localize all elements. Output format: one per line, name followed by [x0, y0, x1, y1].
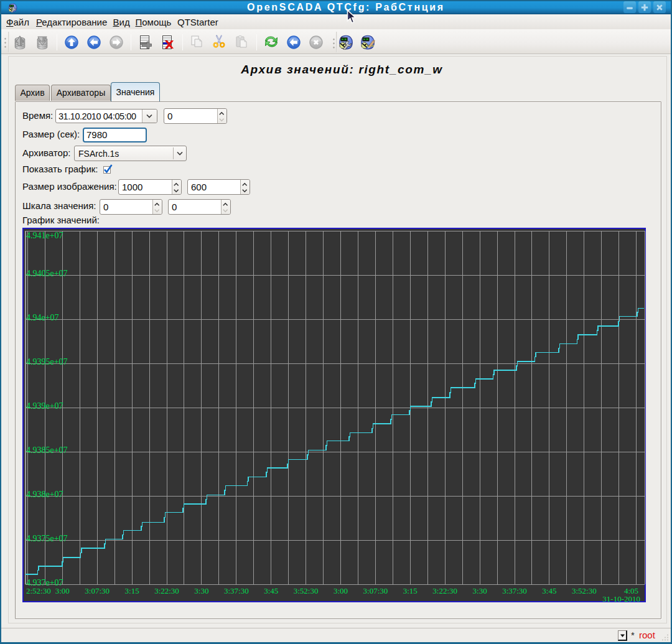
svg-text:4.9385e+07: 4.9385e+07	[26, 446, 68, 455]
svg-text:3:07:30: 3:07:30	[85, 586, 110, 595]
svg-text:3:00: 3:00	[55, 586, 70, 595]
svg-text:3:45: 3:45	[542, 586, 556, 595]
svg-text:3:22:30: 3:22:30	[154, 586, 179, 595]
svg-text:3:52:30: 3:52:30	[572, 586, 597, 595]
svg-text:4.9395e+07: 4.9395e+07	[26, 357, 68, 366]
svg-text:3:22:30: 3:22:30	[432, 586, 457, 595]
svg-text:4.939e+07: 4.939e+07	[26, 401, 63, 411]
svg-text:3:15: 3:15	[125, 586, 139, 595]
svg-text:3:07:30: 3:07:30	[363, 586, 388, 595]
svg-text:3:52:30: 3:52:30	[294, 586, 319, 595]
svg-text:4.94e+07: 4.94e+07	[26, 313, 59, 322]
svg-text:3:30: 3:30	[194, 586, 208, 595]
svg-text:3:37:30: 3:37:30	[502, 586, 527, 595]
svg-text:3:15: 3:15	[403, 586, 418, 595]
svg-text:4.9375e+07: 4.9375e+07	[26, 534, 68, 543]
svg-text:2:52:30: 2:52:30	[26, 586, 51, 595]
svg-text:4.938e+07: 4.938e+07	[26, 490, 63, 499]
svg-text:3:37:30: 3:37:30	[224, 586, 249, 595]
svg-text:4.941e+07: 4.941e+07	[26, 231, 63, 240]
svg-text:4.9405e+07: 4.9405e+07	[26, 269, 68, 278]
svg-text:31-10-2010: 31-10-2010	[602, 594, 640, 603]
svg-text:3:45: 3:45	[264, 586, 278, 595]
svg-text:3:30: 3:30	[473, 586, 487, 595]
svg-text:3:00: 3:00	[334, 586, 348, 595]
